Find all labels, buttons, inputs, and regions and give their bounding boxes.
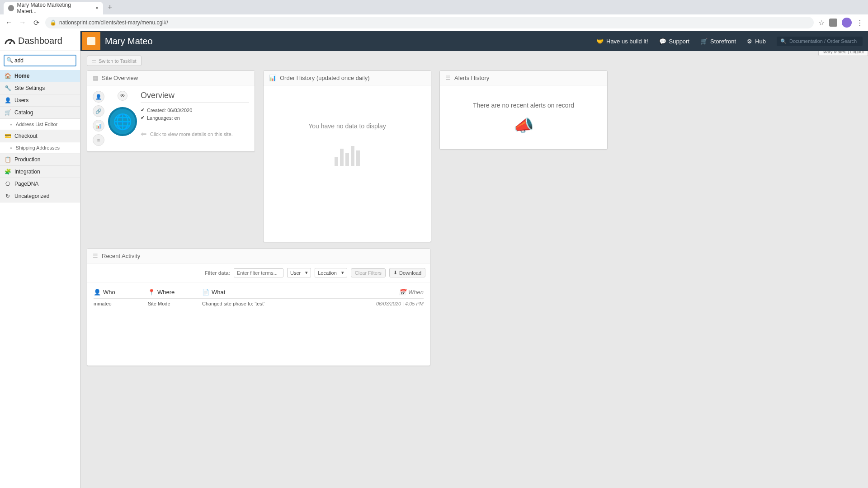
location-filter-select[interactable]: Location▾ bbox=[315, 268, 347, 277]
browser-chrome: Mary Mateo Marketing Materi... × + ← → ⟳… bbox=[0, 0, 868, 31]
mini-tab-link[interactable]: 🔗 bbox=[93, 105, 104, 117]
refresh-icon: ↻ bbox=[5, 193, 11, 199]
no-alerts-text: There are no recent alerts on record bbox=[445, 102, 602, 109]
sidebar-sub-shipping-addresses[interactable]: ● Shipping Addresses bbox=[0, 142, 80, 154]
sidebar-item-users[interactable]: 👤 Users bbox=[0, 94, 80, 107]
list-icon: ☰ bbox=[92, 58, 96, 64]
brand-logo bbox=[82, 32, 100, 50]
new-tab-button[interactable]: + bbox=[108, 3, 113, 12]
sidebar-item-pagedna[interactable]: ⎔ PageDNA bbox=[0, 178, 80, 190]
sidebar-item-catalog[interactable]: 🛒 Catalog bbox=[0, 107, 80, 119]
bullet-icon: ● bbox=[10, 146, 12, 150]
filter-input[interactable] bbox=[234, 268, 283, 277]
download-icon: ⬇ bbox=[393, 270, 397, 276]
mini-tab-user[interactable]: 👤 bbox=[93, 91, 104, 103]
url-text: nationsprint.com/clients/test-mary/menu.… bbox=[59, 19, 168, 26]
sidebar-item-production[interactable]: 📋 Production bbox=[0, 154, 80, 166]
support-link[interactable]: 💬 Support bbox=[659, 38, 690, 45]
panel-title: Alerts History bbox=[454, 75, 489, 81]
home-icon: 🏠 bbox=[5, 73, 11, 79]
cart-icon: 🛒 bbox=[5, 109, 11, 116]
card-icon: 💳 bbox=[5, 133, 11, 139]
mini-tab-menu[interactable]: ≡ bbox=[93, 134, 104, 146]
overview-heading: Overview bbox=[141, 91, 249, 103]
extension-icon[interactable] bbox=[829, 19, 837, 27]
hub-link[interactable]: ⚙ Hub bbox=[747, 38, 766, 45]
chevron-down-icon: ▾ bbox=[305, 270, 308, 276]
dashboard-title: Dashboard bbox=[18, 36, 62, 46]
arrow-left-icon: ⬅ bbox=[141, 130, 146, 138]
tab-close-icon[interactable]: × bbox=[95, 5, 99, 11]
order-history-panel: 📊 Order History (updated once daily) You… bbox=[263, 70, 431, 242]
sidebar-item-integration[interactable]: 🧩 Integration bbox=[0, 166, 80, 178]
activity-row: mmateo Site Mode Changed site phase to: … bbox=[94, 299, 424, 309]
dashboard-header: Dashboard bbox=[0, 31, 80, 51]
switch-to-tasklist-button[interactable]: ☰ Switch to Tasklist bbox=[87, 56, 142, 66]
forward-button[interactable]: → bbox=[18, 19, 27, 27]
browser-menu-icon[interactable]: ⋮ bbox=[856, 19, 863, 27]
wrench-icon: 🔧 bbox=[5, 85, 11, 91]
user-icon: 👤 bbox=[5, 97, 11, 103]
bar-chart-icon: 📊 bbox=[269, 75, 276, 81]
client-name: Mary Mateo bbox=[105, 36, 153, 47]
cart-icon: 🛒 bbox=[700, 38, 708, 45]
dashboard-icon bbox=[5, 37, 15, 45]
recent-activity-panel: ☰ Recent Activity Filter data: User▾ Loc… bbox=[87, 249, 430, 366]
address-bar: ← → ⟳ 🔒 nationsprint.com/clients/test-ma… bbox=[0, 14, 868, 31]
lock-icon: 🔒 bbox=[50, 19, 57, 26]
puzzle-icon: 🧩 bbox=[5, 169, 11, 175]
pin-icon: 📍 bbox=[148, 289, 155, 296]
hub-icon: ⚙ bbox=[747, 38, 752, 45]
panel-title: Order History (updated once daily) bbox=[280, 75, 370, 81]
sidebar-item-site-settings[interactable]: 🔧 Site Settings bbox=[0, 82, 80, 94]
reload-button[interactable]: ⟳ bbox=[32, 19, 41, 27]
check-icon: ✔ bbox=[141, 115, 145, 121]
clear-filters-button[interactable]: Clear Filters bbox=[351, 268, 386, 277]
have-us-build-link[interactable]: 🤝 Have us build it! bbox=[596, 38, 648, 45]
sidebar-item-home[interactable]: 🏠 Home bbox=[0, 70, 80, 82]
user-icon: 👤 bbox=[94, 289, 101, 296]
globe-icon: 🌐 bbox=[108, 107, 137, 136]
main-content: Mary Mateo | Logout ☰ Switch to Tasklist… bbox=[80, 51, 868, 488]
mini-tab-chart[interactable]: 📊 bbox=[93, 120, 104, 131]
user-filter-select[interactable]: User▾ bbox=[287, 268, 311, 277]
sidebar-sub-address-list-editor[interactable]: ● Address List Editor bbox=[0, 119, 80, 130]
tab-title: Mary Mateo Marketing Materi... bbox=[17, 2, 89, 14]
sidebar-item-uncategorized[interactable]: ↻ Uncategorized bbox=[0, 190, 80, 202]
sidebar-search: 🔍 bbox=[4, 55, 76, 66]
chat-icon: 💬 bbox=[659, 38, 666, 45]
browser-tab[interactable]: Mary Mateo Marketing Materi... × bbox=[4, 2, 103, 14]
sidebar-search-input[interactable] bbox=[4, 55, 76, 66]
list-icon: ☰ bbox=[93, 253, 98, 259]
file-icon: 📄 bbox=[202, 289, 209, 296]
megaphone-icon: 📣 bbox=[445, 116, 602, 135]
bookmark-icon[interactable]: ☆ bbox=[818, 19, 825, 27]
list-icon: ☰ bbox=[445, 75, 451, 81]
sidebar: Dashboard 🔍 🏠 Home 🔧 Site Settings 👤 Use… bbox=[0, 31, 80, 488]
check-icon: ✔ bbox=[141, 107, 145, 113]
documentation-search[interactable]: 🔍 Documentation / Order Search bbox=[777, 37, 863, 46]
url-input[interactable]: 🔒 nationsprint.com/clients/test-mary/men… bbox=[45, 17, 814, 28]
eye-icon[interactable]: 👁 bbox=[118, 91, 127, 101]
tab-bar: Mary Mateo Marketing Materi... × + bbox=[0, 0, 868, 14]
svg-line-1 bbox=[10, 40, 12, 43]
grid-icon: ▦ bbox=[93, 75, 98, 81]
search-icon: 🔍 bbox=[780, 38, 787, 44]
no-data-text: You have no data to display bbox=[269, 122, 425, 130]
hands-icon: 🤝 bbox=[596, 38, 604, 45]
download-button[interactable]: ⬇Download bbox=[389, 268, 425, 277]
dna-icon: ⎔ bbox=[5, 181, 11, 187]
back-button[interactable]: ← bbox=[5, 19, 14, 27]
empty-chart-icon bbox=[269, 143, 425, 166]
sidebar-item-checkout[interactable]: 💳 Checkout bbox=[0, 130, 80, 142]
user-badge[interactable]: Mary Mateo | Logout bbox=[818, 51, 868, 56]
profile-avatar[interactable] bbox=[842, 18, 852, 28]
app-bar: Mary Mateo 🤝 Have us build it! 💬 Support… bbox=[0, 31, 868, 51]
search-icon: 🔍 bbox=[6, 57, 13, 63]
clipboard-icon: 📋 bbox=[5, 156, 11, 163]
storefront-link[interactable]: 🛒 Storefront bbox=[700, 38, 736, 45]
alerts-history-panel: ☰ Alerts History There are no recent ale… bbox=[439, 70, 608, 150]
panel-title: Recent Activity bbox=[102, 253, 140, 259]
bullet-icon: ● bbox=[10, 122, 12, 127]
calendar-icon: 📅 bbox=[399, 289, 406, 296]
